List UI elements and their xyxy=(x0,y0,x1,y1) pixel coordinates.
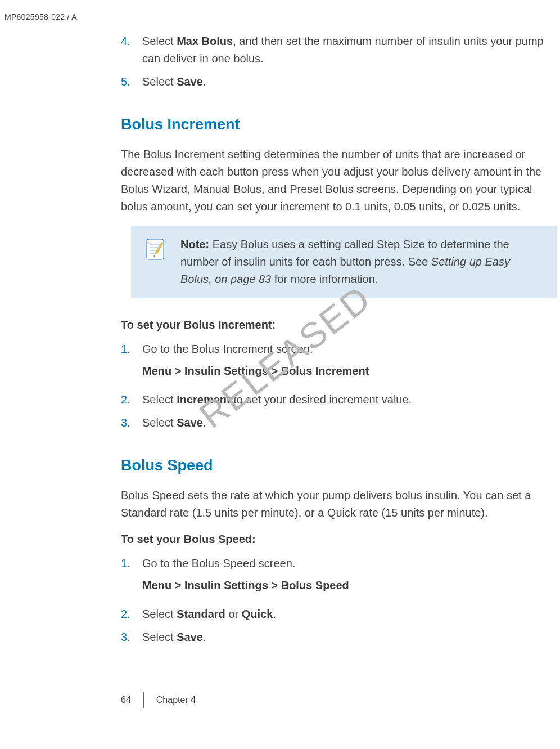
text: . xyxy=(273,608,276,620)
step-number: 3. xyxy=(121,629,142,646)
step-body: Select Standard or Quick. xyxy=(142,606,557,623)
list-item: 3. Select Save. xyxy=(121,629,557,646)
menu-path: Menu > Insulin Settings > Bolus Speed xyxy=(142,577,557,594)
step-body: Select Save. xyxy=(142,629,557,646)
text: to set your desired increment value. xyxy=(231,393,412,406)
list-item: 4. Select Max Bolus, and then set the ma… xyxy=(121,33,557,68)
note-icon xyxy=(143,237,168,262)
text: for more information. xyxy=(271,273,378,285)
list-item: 2. Select Standard or Quick. xyxy=(121,606,557,623)
text: Select xyxy=(142,75,177,88)
step-number: 2. xyxy=(121,391,142,409)
footer-divider xyxy=(143,692,144,708)
step-number: 2. xyxy=(121,606,142,623)
list-item: 2. Select Increment to set your desired … xyxy=(121,391,557,409)
list-item: 3. Select Save. xyxy=(121,414,557,432)
note-callout: Note: Easy Bolus uses a setting called S… xyxy=(131,226,557,298)
step-number: 1. xyxy=(121,555,142,600)
step-number: 1. xyxy=(121,340,142,385)
note-label: Note: xyxy=(180,238,209,250)
section-heading-bolus-speed: Bolus Speed xyxy=(121,454,557,478)
step-body: Select Save. xyxy=(142,414,557,432)
list-item: 5. Select Save. xyxy=(121,73,557,91)
section-heading-bolus-increment: Bolus Increment xyxy=(121,113,557,137)
step-number: 3. xyxy=(121,414,142,432)
text: Select xyxy=(142,631,177,643)
text: Select xyxy=(142,416,177,429)
step-body: Select Save. xyxy=(142,73,557,91)
text: . xyxy=(203,631,206,643)
paragraph: The Bolus Increment setting determines t… xyxy=(121,146,557,216)
text: or xyxy=(225,608,242,620)
page-footer: 64 Chapter 4 xyxy=(121,692,196,708)
bold-text: Save xyxy=(177,631,203,643)
step-body: Go to the Bolus Speed screen. Menu > Ins… xyxy=(142,555,557,600)
text: Select xyxy=(142,35,177,47)
bold-text: Max Bolus xyxy=(177,35,233,47)
sub-heading: To set your Bolus Speed: xyxy=(121,531,557,548)
step-body: Select Increment to set your desired inc… xyxy=(142,391,557,409)
text: Select xyxy=(142,393,177,406)
step-body: Go to the Bolus Increment screen. Menu >… xyxy=(142,340,557,385)
step-number: 4. xyxy=(121,33,142,68)
bold-text: Save xyxy=(177,75,203,88)
text: . xyxy=(203,416,206,429)
bold-text: Standard xyxy=(177,608,225,620)
note-body: Note: Easy Bolus uses a setting called S… xyxy=(180,236,544,288)
list-item: 1. Go to the Bolus Speed screen. Menu > … xyxy=(121,555,557,600)
text: . xyxy=(203,75,206,88)
list-item: 1. Go to the Bolus Increment screen. Men… xyxy=(121,340,557,385)
text: Go to the Bolus Speed screen. xyxy=(142,557,295,569)
bold-text: Increment xyxy=(177,393,231,406)
page-content: 4. Select Max Bolus, and then set the ma… xyxy=(0,0,557,646)
step-body: Select Max Bolus, and then set the maxim… xyxy=(142,33,557,68)
step-number: 5. xyxy=(121,73,142,91)
paragraph: Bolus Speed sets the rate at which your … xyxy=(121,487,557,522)
menu-path: Menu > Insulin Settings > Bolus Incremen… xyxy=(142,362,557,380)
page-number: 64 xyxy=(121,693,143,707)
text: Select xyxy=(142,608,177,620)
text: Go to the Bolus Increment screen. xyxy=(142,343,313,355)
sub-heading: To set your Bolus Increment: xyxy=(121,316,557,334)
svg-rect-0 xyxy=(147,239,164,259)
bold-text: Quick xyxy=(242,608,273,620)
doc-id-header: MP6025958-022 / A xyxy=(4,11,77,24)
chapter-label: Chapter 4 xyxy=(156,693,196,707)
bold-text: Save xyxy=(177,416,203,429)
